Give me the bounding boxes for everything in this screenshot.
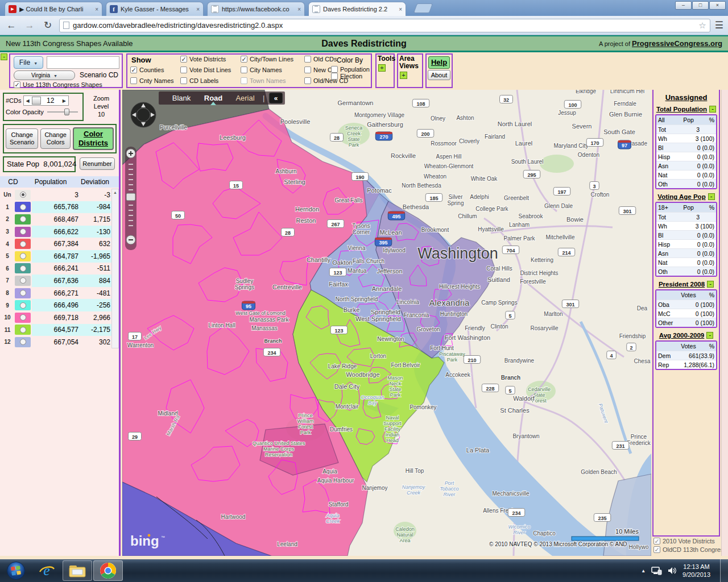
map-zoom-control[interactable] <box>125 147 136 250</box>
cd-row-1[interactable]: 1665,768-984 <box>0 201 111 214</box>
show-checkbox-city-names[interactable]: City Names <box>239 66 303 73</box>
map-compass-control[interactable] <box>131 102 156 127</box>
cd-table-scrollbar[interactable]: ▲ <box>111 189 119 348</box>
url-bar[interactable]: gardow.com/davebradlee/redistricting/dav… <box>59 19 710 32</box>
cd-row-11[interactable]: 11664,577-2,175 <box>0 324 111 336</box>
checkbox-box[interactable] <box>653 546 660 553</box>
map-view-aerial[interactable]: Aerial <box>235 94 254 102</box>
cd-radio[interactable] <box>20 192 26 198</box>
menu-icon[interactable]: ☰ <box>715 19 723 31</box>
map-viewport[interactable]: ElkridgeLinthicum HeiFerndaleGlen Burnie… <box>122 90 651 556</box>
color-districts-button[interactable]: Color Districts <box>73 127 114 150</box>
cd-radio[interactable] <box>20 228 26 235</box>
section-heading[interactable]: Avg 2000-2009 <box>659 332 705 339</box>
map-view-blank[interactable]: Blank <box>172 94 191 102</box>
show-checkbox-cnty-names[interactable]: Cnty Names <box>129 77 179 84</box>
tab-close-icon[interactable]: × <box>297 6 301 13</box>
browser-tab-2[interactable]: fKyle Gasser - Messages× <box>106 2 204 16</box>
start-button[interactable] <box>1 560 31 581</box>
taskbar-clock[interactable]: 12:13 AM 9/20/2013 <box>682 563 710 579</box>
about-button[interactable]: About <box>428 70 450 80</box>
checkbox-box[interactable] <box>180 66 187 73</box>
tab-close-icon[interactable]: × <box>196 6 200 13</box>
show-checkbox-counties[interactable]: Counties <box>129 66 179 73</box>
browser-tab-1[interactable]: ▶▶ Could It Be by Charli× <box>5 2 102 16</box>
cds-slider-thumb[interactable] <box>32 97 41 105</box>
cd-row-2[interactable]: 2668,4671,715 <box>0 213 111 226</box>
cd-row-10[interactable]: 10669,7182,966 <box>0 311 111 324</box>
cd-radio[interactable] <box>20 327 26 333</box>
back-button[interactable]: ← <box>5 20 18 31</box>
cd-row-5[interactable]: 5664,787-1,965 <box>0 250 111 263</box>
change-colors-button[interactable]: Change Colors <box>40 128 71 149</box>
checkbox-box[interactable] <box>331 66 338 73</box>
opacity-slider[interactable] <box>47 111 78 113</box>
checkbox-box[interactable] <box>241 66 247 73</box>
show-checkbox-cd-labels[interactable]: CD Labels <box>179 77 239 84</box>
browser-tab-4[interactable]: Daves Redistricting 2.2× <box>308 2 406 16</box>
network-icon[interactable] <box>651 566 662 575</box>
cd-radio[interactable] <box>20 290 26 296</box>
checkbox-box[interactable] <box>180 77 187 84</box>
layer-checkbox-2010-vote-districts[interactable]: 2010 Vote Districts <box>652 538 726 544</box>
browser-tab-3[interactable]: https://www.facebook.co× <box>207 2 305 16</box>
cds-increment-button[interactable]: ▶ <box>60 98 68 103</box>
cd-row-4[interactable]: 4667,384632 <box>0 238 111 250</box>
cd-radio[interactable] <box>20 314 26 321</box>
use-113th-shapes-checkbox-inner[interactable]: Use 113th Congress Shapes <box>13 81 102 88</box>
volume-icon[interactable] <box>667 566 677 575</box>
state-dropdown[interactable]: Virginia▼ <box>14 70 75 80</box>
url-text[interactable]: gardow.com/davebradlee/redistricting/dav… <box>73 21 695 30</box>
section-collapse-button[interactable]: - <box>707 281 714 288</box>
section-heading[interactable]: Total Population <box>656 106 707 113</box>
page-scrollbar[interactable] <box>721 90 728 559</box>
section-collapse-button[interactable]: - <box>709 106 716 113</box>
cd-radio[interactable] <box>20 277 26 284</box>
show-checkbox-vote-districts[interactable]: Vote Districts <box>179 56 239 63</box>
show-checkbox-city-town-lines[interactable]: City/Town Lines <box>239 56 303 63</box>
scenario-name-input[interactable] <box>47 56 119 69</box>
new-tab-button[interactable] <box>413 3 433 13</box>
checkbox-box[interactable] <box>130 77 137 84</box>
checkbox-box[interactable] <box>653 538 660 544</box>
cd-row-6[interactable]: 6666,241-511 <box>0 263 111 275</box>
cd-radio[interactable] <box>20 302 26 309</box>
progressivecongress-link[interactable]: ProgressiveCongress.org <box>632 39 722 48</box>
section-collapse-button[interactable]: - <box>706 332 713 339</box>
cd-radio[interactable] <box>20 241 26 247</box>
cd-radio[interactable] <box>20 339 26 345</box>
cd-radio[interactable] <box>20 253 26 259</box>
cd-radio[interactable] <box>20 265 26 272</box>
cd-row-3[interactable]: 3666,622-130 <box>0 226 111 238</box>
section-heading[interactable]: Voting Age Pop <box>657 193 705 200</box>
area-views-expand-button[interactable]: + <box>400 72 407 79</box>
show-desktop-button[interactable] <box>720 559 728 582</box>
layer-checkbox-oldcd-113th-congress[interactable]: OldCD 113th Congress <box>652 546 726 553</box>
tray-expand-icon[interactable]: ▲ <box>641 568 646 573</box>
reload-button[interactable]: ↻ <box>41 19 55 31</box>
cd-radio[interactable] <box>20 216 26 222</box>
tab-close-icon[interactable]: × <box>399 6 402 13</box>
colorby-checkbox-election[interactable]: Election <box>330 73 370 80</box>
unassigned-title[interactable]: Unassigned <box>655 93 717 102</box>
internet-explorer-button[interactable]: e <box>32 560 61 581</box>
checkbox-box[interactable] <box>180 56 187 63</box>
minimize-button[interactable]: – <box>675 1 692 10</box>
map-view-road[interactable]: Road <box>204 94 223 102</box>
map-canvas[interactable]: ElkridgeLinthicum HeiFerndaleGlen Burnie… <box>122 90 651 556</box>
colorby-checkbox-population[interactable]: Population <box>330 66 370 73</box>
cd-row-12[interactable]: 12667,054302 <box>0 336 111 348</box>
cd-radio[interactable] <box>20 204 26 210</box>
chrome-button[interactable] <box>93 560 123 581</box>
collapse-panel-button[interactable]: - <box>1 53 7 60</box>
scroll-up-arrow-icon[interactable]: ▲ <box>112 189 118 194</box>
tools-expand-button[interactable]: + <box>378 64 386 72</box>
checkbox-box[interactable] <box>241 56 247 63</box>
checkbox-box[interactable] <box>331 73 338 80</box>
tab-close-icon[interactable]: × <box>95 6 98 13</box>
cd-row-Un[interactable]: Un3-3 <box>0 189 111 201</box>
cds-decrement-button[interactable]: ◀ <box>24 98 32 103</box>
checkbox-box[interactable] <box>304 77 311 84</box>
cd-row-7[interactable]: 7667,636884 <box>0 275 111 287</box>
show-checkbox-vote-dist-lines[interactable]: Vote Dist Lines <box>179 66 239 73</box>
